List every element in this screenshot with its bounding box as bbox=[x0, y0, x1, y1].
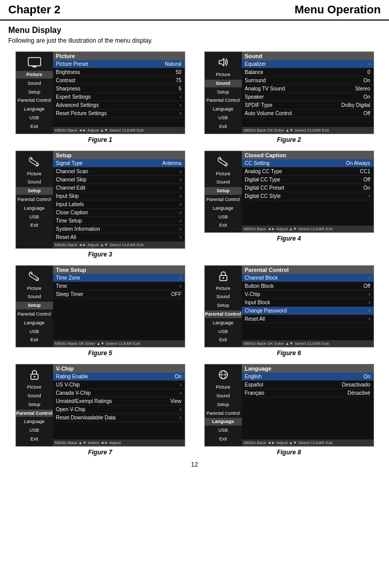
sidebar-item-sound[interactable]: Sound bbox=[205, 178, 242, 186]
menu-row[interactable]: CC SettingOn Always bbox=[242, 159, 374, 168]
sidebar-item-setup[interactable]: Setup bbox=[205, 401, 242, 409]
menu-row[interactable]: Analog CC TypeCC1 bbox=[242, 168, 374, 176]
sidebar-item-parental-control[interactable]: Parental Control bbox=[16, 310, 53, 318]
sidebar-item-picture[interactable]: Picture bbox=[16, 285, 53, 292]
menu-row[interactable]: Picture PresetNatural bbox=[53, 60, 185, 68]
menu-row[interactable]: Channel Skip› bbox=[53, 176, 185, 184]
sidebar-item-language[interactable]: Language bbox=[16, 319, 53, 327]
sidebar-item-setup[interactable]: Setup bbox=[16, 401, 53, 409]
sidebar-item-usb[interactable]: USB bbox=[16, 114, 53, 122]
menu-row[interactable]: US V-Chip› bbox=[53, 381, 185, 389]
sidebar-item-exit[interactable]: Exit bbox=[16, 222, 53, 229]
sidebar-item-parental-control[interactable]: Parental Control bbox=[16, 410, 53, 417]
sidebar-item-usb[interactable]: USB bbox=[205, 427, 242, 434]
sidebar-item-exit[interactable]: Exit bbox=[205, 222, 242, 229]
menu-row[interactable]: Canada V-Chip› bbox=[53, 389, 185, 397]
sidebar-item-usb[interactable]: USB bbox=[205, 114, 242, 122]
sidebar-item-setup[interactable]: Setup bbox=[16, 187, 53, 195]
sidebar-item-picture[interactable]: Picture bbox=[16, 383, 53, 391]
menu-row[interactable]: Digital CC PresetOn bbox=[242, 184, 374, 192]
menu-row[interactable]: Auto Volume ControlOff bbox=[242, 109, 374, 118]
menu-row[interactable]: Sharpness5 bbox=[53, 85, 185, 93]
menu-row[interactable]: Equalizer› bbox=[242, 60, 374, 68]
menu-row[interactable]: FrançaisDésactivé bbox=[242, 389, 374, 397]
menu-row[interactable]: Close Caption› bbox=[53, 209, 185, 217]
sidebar-item-exit[interactable]: Exit bbox=[16, 336, 53, 344]
menu-row[interactable]: Advanced Settings› bbox=[53, 101, 185, 109]
menu-row[interactable]: Input Block› bbox=[242, 299, 374, 307]
menu-row[interactable]: Reset All› bbox=[242, 315, 374, 323]
sidebar-item-usb[interactable]: USB bbox=[205, 328, 242, 336]
sidebar-item-language[interactable]: Language bbox=[16, 418, 53, 426]
menu-row[interactable]: Sleep TimerOFF bbox=[53, 290, 185, 299]
sidebar-item-parental-control[interactable]: Parental Control bbox=[205, 97, 242, 104]
sidebar-item-exit[interactable]: Exit bbox=[16, 123, 53, 131]
sidebar-item-language[interactable]: Language bbox=[16, 105, 53, 113]
menu-row[interactable]: Brightness50 bbox=[53, 68, 185, 77]
sidebar-item-picture[interactable]: Picture bbox=[205, 170, 242, 178]
menu-row[interactable]: Expert Settings› bbox=[53, 93, 185, 101]
sidebar-item-parental-control[interactable]: Parental Control bbox=[16, 196, 53, 204]
sidebar-item-usb[interactable]: USB bbox=[205, 213, 242, 221]
sidebar-item-exit[interactable]: Exit bbox=[205, 123, 242, 131]
sidebar-item-exit[interactable]: Exit bbox=[16, 435, 53, 443]
menu-row[interactable]: Reset Picture Settings› bbox=[53, 109, 185, 118]
menu-row[interactable]: Time› bbox=[53, 282, 185, 290]
sidebar-item-setup[interactable]: Setup bbox=[16, 88, 53, 96]
menu-row[interactable]: Digital CC Style› bbox=[242, 192, 374, 200]
menu-row[interactable]: Input Labels› bbox=[53, 200, 185, 209]
menu-row[interactable]: Reset All› bbox=[53, 233, 185, 242]
sidebar-item-parental-control[interactable]: Parental Control bbox=[205, 196, 242, 204]
sidebar-item-sound[interactable]: Sound bbox=[16, 293, 53, 301]
menu-row[interactable]: Unrated/Exempt RatingsView bbox=[53, 397, 185, 406]
menu-row[interactable]: Change Password› bbox=[242, 307, 374, 315]
sidebar-item-language[interactable]: Language bbox=[16, 205, 53, 212]
sidebar-item-parental-control[interactable]: Parental Control bbox=[205, 310, 242, 318]
sidebar-item-picture[interactable]: Picture bbox=[205, 285, 242, 292]
menu-row[interactable]: Signal TypeAntenna bbox=[53, 159, 185, 168]
sidebar-item-language[interactable]: Language bbox=[205, 418, 242, 426]
sidebar-item-exit[interactable]: Exit bbox=[205, 336, 242, 344]
sidebar-item-picture[interactable]: Picture bbox=[205, 383, 242, 391]
menu-row[interactable]: SurroundOn bbox=[242, 77, 374, 85]
sidebar-item-picture[interactable]: Picture bbox=[205, 71, 242, 79]
menu-row[interactable]: Channel Block› bbox=[242, 274, 374, 282]
menu-row[interactable]: SPDIF TypeDolby Digital bbox=[242, 101, 374, 109]
sidebar-item-parental-control[interactable]: Parental Control bbox=[16, 97, 53, 104]
sidebar-item-sound[interactable]: Sound bbox=[205, 80, 242, 87]
menu-row[interactable]: Contrast75 bbox=[53, 77, 185, 85]
sidebar-item-setup[interactable]: Setup bbox=[205, 302, 242, 309]
sidebar-item-sound[interactable]: Sound bbox=[205, 392, 242, 400]
menu-row[interactable]: Channel Scan› bbox=[53, 168, 185, 176]
menu-row[interactable]: Time Zone› bbox=[53, 274, 185, 282]
menu-row[interactable]: Digital CC TypeOff bbox=[242, 176, 374, 184]
menu-row[interactable]: Input Skip› bbox=[53, 192, 185, 200]
menu-row[interactable]: EnglishOn bbox=[242, 373, 374, 381]
sidebar-item-language[interactable]: Language bbox=[205, 105, 242, 113]
sidebar-item-setup[interactable]: Setup bbox=[16, 302, 53, 309]
sidebar-item-usb[interactable]: USB bbox=[16, 213, 53, 221]
sidebar-item-language[interactable]: Language bbox=[205, 319, 242, 327]
menu-row[interactable]: Button BlockOff bbox=[242, 282, 374, 290]
sidebar-item-sound[interactable]: Sound bbox=[16, 80, 53, 87]
sidebar-item-picture[interactable]: Picture bbox=[16, 71, 53, 79]
menu-row[interactable]: Open V-Chip› bbox=[53, 406, 185, 414]
menu-row[interactable]: V-Chip› bbox=[242, 290, 374, 299]
sidebar-item-picture[interactable]: Picture bbox=[16, 170, 53, 178]
menu-row[interactable]: System Information› bbox=[53, 225, 185, 233]
menu-row[interactable]: Reset Downloadable Data› bbox=[53, 414, 185, 422]
menu-row[interactable]: EspañolDesactivado bbox=[242, 381, 374, 389]
menu-row[interactable]: Channel Edit› bbox=[53, 184, 185, 192]
sidebar-item-language[interactable]: Language bbox=[205, 205, 242, 212]
menu-row[interactable]: Rating EnableOn bbox=[53, 373, 185, 381]
sidebar-item-exit[interactable]: Exit bbox=[205, 435, 242, 443]
sidebar-item-setup[interactable]: Setup bbox=[205, 88, 242, 96]
sidebar-item-parental-control[interactable]: Parental Control bbox=[205, 410, 242, 417]
menu-row[interactable]: SpeakerOn bbox=[242, 93, 374, 101]
sidebar-item-usb[interactable]: USB bbox=[16, 328, 53, 336]
sidebar-item-sound[interactable]: Sound bbox=[16, 392, 53, 400]
sidebar-item-sound[interactable]: Sound bbox=[205, 293, 242, 301]
menu-row[interactable]: Time Setup› bbox=[53, 217, 185, 225]
menu-row[interactable]: Analog TV SoundStereo bbox=[242, 85, 374, 93]
sidebar-item-usb[interactable]: USB bbox=[16, 427, 53, 434]
